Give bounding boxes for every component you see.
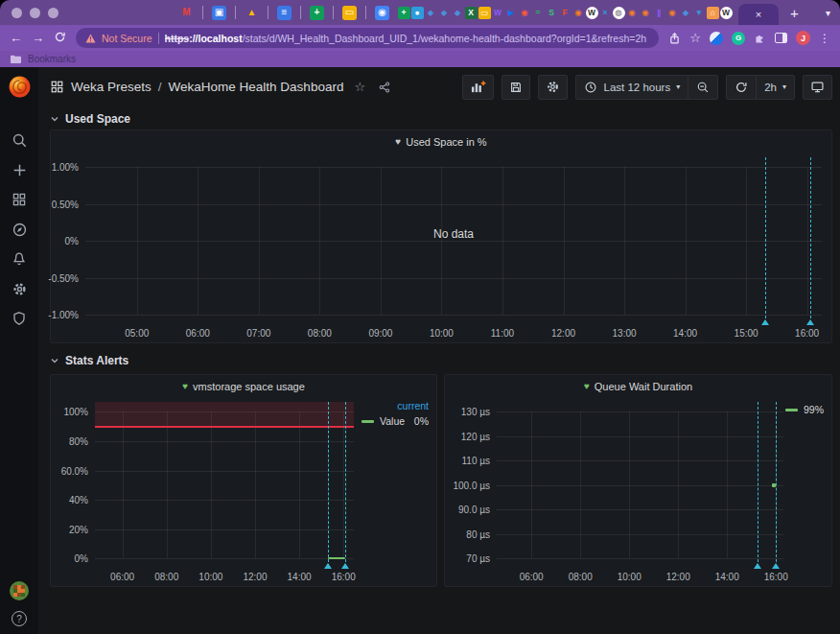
pinned-tab[interactable]: S	[546, 7, 558, 19]
help-icon[interactable]: ?	[12, 611, 27, 626]
active-tab[interactable]: ×	[738, 4, 779, 25]
annotation-marker-icon[interactable]	[754, 563, 761, 569]
share-icon[interactable]	[668, 32, 681, 45]
extensions-puzzle-icon[interactable]	[754, 32, 766, 44]
pinned-tab[interactable]: +	[310, 6, 324, 20]
pinned-tab[interactable]: ▲	[245, 6, 259, 20]
pinned-tab[interactable]: ⌂	[707, 7, 719, 19]
row-used-space[interactable]: Used Space	[50, 108, 832, 129]
row-stats-alerts[interactable]: Stats Alerts	[50, 349, 832, 372]
legend-item[interactable]: Value0%	[362, 415, 429, 427]
security-status-label[interactable]: Not Secure	[102, 33, 152, 44]
pinned-tab[interactable]: W	[586, 7, 598, 19]
grammarly-extension-icon[interactable]: G	[732, 32, 745, 45]
annotation-marker-icon[interactable]	[761, 319, 769, 325]
back-button[interactable]: ←	[10, 32, 22, 44]
panel-title[interactable]: vmstorage space usage	[193, 381, 305, 392]
panel-title[interactable]: Used Space in %	[406, 136, 486, 148]
add-panel-button[interactable]	[462, 75, 494, 100]
create-icon[interactable]	[11, 161, 28, 178]
refresh-interval-picker[interactable]: 2h ▾	[757, 76, 794, 99]
bookmarks-folder-label[interactable]: Bookmarks	[28, 54, 76, 64]
alerting-bell-icon[interactable]	[11, 250, 28, 268]
profile-avatar[interactable]: J	[796, 31, 810, 45]
user-avatar[interactable]	[10, 581, 29, 600]
share-dashboard-icon[interactable]	[378, 81, 391, 94]
pinned-tab[interactable]: ◆	[438, 7, 451, 19]
tv-mode-button[interactable]	[803, 75, 832, 100]
pinned-tab[interactable]: ◉	[666, 7, 679, 19]
panel-queue-wait-duration[interactable]: ♥ Queue Wait Duration 130 µs120 µs110 µs…	[444, 374, 832, 587]
forward-button[interactable]: →	[32, 32, 44, 44]
pinned-tab[interactable]: ◆	[680, 7, 692, 19]
address-bar[interactable]: Not Secure https://localhost/stats/d/WH_…	[76, 28, 659, 48]
time-range-picker[interactable]: Last 12 hours ▾	[576, 76, 688, 99]
configuration-gear-icon[interactable]	[11, 280, 28, 297]
panel-used-space[interactable]: ♥ Used Space in % 1.00%0.50%0%-0.50%-1.0…	[50, 129, 832, 343]
pinned-tab[interactable]: ◆	[425, 7, 437, 19]
pinned-tab[interactable]: ▣	[212, 6, 226, 20]
pinned-tab[interactable]: ◉	[375, 6, 389, 20]
pinned-tab[interactable]: ◉	[572, 7, 585, 19]
row-title[interactable]: Used Space	[65, 112, 130, 126]
maximize-window-button[interactable]	[48, 8, 58, 18]
pinned-tab[interactable]: ▼	[693, 7, 706, 19]
zoom-out-button[interactable]	[688, 76, 717, 99]
legend-series-label[interactable]: Value	[380, 415, 405, 427]
plot-region[interactable]: 100%80%60.0%40%20%0%06:0008:0010:0012:00…	[95, 402, 354, 567]
favorite-star-icon[interactable]: ☆	[354, 80, 365, 94]
reload-button[interactable]	[54, 31, 66, 45]
pinned-tab[interactable]: F	[559, 7, 572, 19]
pinned-tab[interactable]: ◉	[640, 7, 652, 19]
pinned-tab[interactable]: M	[179, 6, 194, 20]
panel-title-bar[interactable]: ♥ vmstorage space usage	[51, 375, 436, 398]
dashboards-icon[interactable]	[11, 191, 28, 208]
pinned-tab[interactable]: ≡	[277, 6, 292, 20]
browser-menu-icon[interactable]: ⋮	[819, 32, 830, 45]
pinned-tab[interactable]: ▭	[342, 6, 357, 20]
panel-title-bar[interactable]: ♥ Queue Wait Duration	[445, 375, 831, 398]
save-dashboard-button[interactable]	[502, 75, 530, 100]
pinned-tab[interactable]: ◉	[626, 7, 639, 19]
pinned-tab[interactable]: =	[532, 7, 545, 19]
new-tab-button[interactable]: +	[790, 5, 799, 21]
close-tab-icon[interactable]: ×	[756, 9, 761, 20]
explore-compass-icon[interactable]	[11, 221, 28, 238]
close-window-button[interactable]	[12, 8, 22, 18]
breadcrumb-folder[interactable]: Weka Presets	[71, 80, 152, 94]
annotation-marker-icon[interactable]	[806, 319, 814, 325]
pinned-tab[interactable]: ∥	[653, 7, 665, 19]
pinned-tab[interactable]: ◉	[519, 7, 531, 19]
legend-series-label[interactable]: 99%	[804, 404, 824, 415]
annotation-marker-icon[interactable]	[341, 563, 349, 569]
pinned-tab[interactable]: W	[720, 7, 733, 19]
pinned-tab[interactable]: +	[398, 7, 410, 19]
side-panel-icon[interactable]	[775, 33, 787, 43]
minimize-window-button[interactable]	[30, 8, 40, 18]
panel-title[interactable]: Queue Wait Duration	[595, 381, 692, 392]
dashboard-settings-button[interactable]	[538, 75, 568, 100]
pinned-tab[interactable]: ◆	[452, 7, 464, 19]
bookmark-star-icon[interactable]: ☆	[689, 31, 701, 45]
breadcrumb-dashboard-title[interactable]: WekaHome Health Dashboard	[169, 80, 344, 94]
panel-vmstorage-space-usage[interactable]: ♥ vmstorage space usage 100%80%60.0%40%2…	[50, 374, 437, 587]
annotation-marker-icon[interactable]	[324, 563, 332, 569]
pinned-tab[interactable]: ×	[599, 7, 612, 19]
panel-title-bar[interactable]: ♥ Used Space in %	[51, 130, 831, 153]
pinned-tab[interactable]: ▭	[478, 7, 491, 19]
legend-item[interactable]: 99%	[785, 404, 824, 415]
pinned-tab[interactable]: X	[465, 7, 478, 19]
tab-list-caret-icon[interactable]: ▾	[826, 8, 830, 18]
row-title[interactable]: Stats Alerts	[65, 354, 128, 367]
annotation-marker-icon[interactable]	[772, 563, 780, 569]
refresh-button[interactable]	[727, 76, 756, 99]
pinned-tab[interactable]: W	[492, 7, 504, 19]
server-admin-shield-icon[interactable]	[11, 310, 28, 327]
pinned-tab[interactable]: ▶	[505, 7, 518, 19]
plot-region[interactable]: 1.00%0.50%0%-0.50%-1.00%05:0006:0007:000…	[85, 157, 822, 323]
plot-region[interactable]: 130 µs120 µs110 µs100.0 µs90.0 µs80 µs70…	[497, 402, 783, 567]
legend-current-header[interactable]: current	[362, 400, 429, 411]
pinned-tab[interactable]: ●	[411, 7, 424, 19]
pinned-tab[interactable]: ◍	[613, 7, 625, 19]
grafana-logo[interactable]	[8, 75, 32, 99]
